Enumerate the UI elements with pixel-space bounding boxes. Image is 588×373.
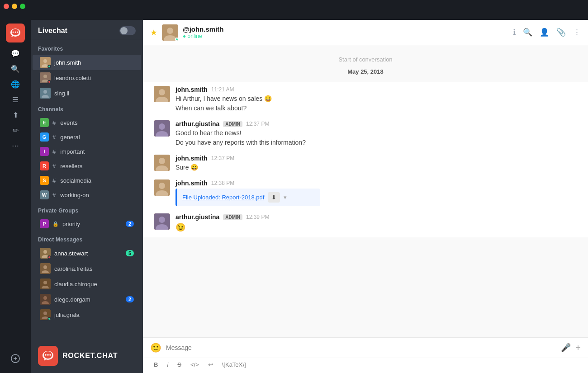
- admin-badge: Admin: [223, 121, 242, 127]
- sidebar-item-socialmedia[interactable]: S # socialmedia: [33, 173, 141, 188]
- sidebar-item-diego[interactable]: diego.dorgam 2: [33, 292, 141, 307]
- message-author: arthur.giustina: [175, 213, 219, 221]
- nav-edit-icon[interactable]: ✏: [6, 123, 25, 137]
- messages-area[interactable]: Start of conversation May 25, 2018 john.…: [143, 45, 588, 337]
- channel-icon-socialmedia: S: [40, 176, 49, 185]
- nav-list-icon[interactable]: ☰: [6, 92, 25, 107]
- close-button[interactable]: [4, 4, 9, 9]
- svg-point-36: [159, 158, 165, 164]
- attach-icon[interactable]: 📎: [556, 28, 566, 37]
- svg-point-13: [43, 90, 47, 94]
- nav-search-icon[interactable]: 🔍: [6, 61, 25, 76]
- message-group: john.smith 11:21 AM Hi Arthur, I have ne…: [143, 82, 588, 117]
- private-groups-section-label: Private Groups: [31, 202, 143, 217]
- message-group: arthur.giustina Admin 12:39 PM 😉: [143, 210, 588, 237]
- chat-user-info: @john.smith ● online: [183, 25, 508, 39]
- nav-chat-icon[interactable]: 💬: [6, 46, 25, 61]
- format-code-button[interactable]: </>: [187, 360, 203, 369]
- sidebar-title: Livechat: [38, 27, 67, 35]
- format-quote-button[interactable]: ↩: [204, 360, 217, 369]
- channel-name-working-on: working-on: [60, 192, 134, 198]
- message-input[interactable]: [166, 342, 556, 353]
- star-favorite-icon[interactable]: ★: [150, 28, 157, 38]
- message-text: Good to hear the news!: [175, 128, 577, 138]
- channel-icon-resellers: R: [40, 161, 49, 170]
- format-italic-button[interactable]: i: [163, 360, 172, 369]
- sidebar-item-general[interactable]: G # general: [33, 130, 141, 144]
- members-icon[interactable]: 👤: [540, 28, 549, 37]
- message-header: john.smith 12:37 PM: [175, 155, 577, 162]
- sidebar-header: Livechat: [31, 20, 143, 40]
- message-avatar: [154, 179, 170, 196]
- message-subtext: When can we talk about?: [175, 104, 577, 113]
- svg-point-26: [45, 354, 47, 356]
- svg-point-30: [167, 28, 173, 34]
- message-content: arthur.giustina Admin 12:37 PM Good to h…: [175, 120, 577, 147]
- svg-point-9: [43, 59, 47, 63]
- sidebar-item-claudia[interactable]: claudia.chiroque: [33, 276, 141, 292]
- nav-globe-icon[interactable]: 🌐: [6, 77, 25, 91]
- channel-icon-general: G: [40, 132, 49, 142]
- channel-name-general: general: [60, 134, 134, 141]
- dm-name-claudia: claudia.chiroque: [54, 281, 134, 288]
- sidebar-item-working-on[interactable]: W # working-on: [33, 188, 141, 202]
- sidebar-item-resellers[interactable]: R # resellers: [33, 159, 141, 173]
- sidebar-item-john-smith[interactable]: john.smith: [33, 55, 141, 70]
- format-bold-button[interactable]: B: [150, 360, 161, 369]
- sidebar-footer: ROCKET.CHAT: [31, 339, 143, 373]
- search-messages-icon[interactable]: 🔍: [523, 28, 532, 37]
- add-attachment-button[interactable]: +: [575, 343, 581, 353]
- avatar-john-smith: [40, 57, 51, 68]
- format-katex-button[interactable]: \[KaTeX\]: [218, 360, 250, 369]
- add-workspace-icon[interactable]: [6, 351, 25, 366]
- direct-messages-section-label: Direct Messages: [31, 231, 143, 246]
- message-text: Hi Arthur, I have news on sales 😀: [175, 94, 577, 104]
- message-header: john.smith 11:21 AM: [175, 86, 577, 93]
- sidebar-item-important[interactable]: I # important: [33, 144, 141, 159]
- emoji-picker-button[interactable]: 🙂: [150, 342, 161, 353]
- message-avatar: [154, 213, 170, 230]
- file-download-button[interactable]: ⬇: [268, 192, 280, 203]
- file-more-button[interactable]: ▾: [284, 194, 287, 201]
- message-author: john.smith: [175, 86, 208, 93]
- format-strike-button[interactable]: S: [174, 360, 185, 369]
- unread-badge-priority: 2: [126, 221, 134, 227]
- avatar-leandro: [40, 72, 51, 83]
- nav-more-icon[interactable]: ⋯: [6, 138, 25, 153]
- more-options-icon[interactable]: ⋮: [573, 28, 581, 37]
- avatar-claudia: [40, 279, 51, 289]
- svg-point-40: [159, 217, 165, 223]
- message-avatar: [154, 155, 170, 171]
- rocket-chat-footer-logo: [38, 346, 58, 366]
- message-header: arthur.giustina Admin 12:39 PM: [175, 213, 577, 221]
- avatar-carolina: [40, 263, 51, 274]
- file-name[interactable]: File Uploaded: Report-2018.pdf: [182, 194, 264, 201]
- dm-name-carolina: carolina.freitas: [54, 265, 134, 272]
- minimize-button[interactable]: [12, 4, 17, 9]
- message-time: 12:37 PM: [211, 155, 234, 161]
- message-content: john.smith 12:38 PM File Uploaded: Repor…: [175, 179, 577, 206]
- message-subtext: Do you have any reports with this inform…: [175, 138, 577, 147]
- microphone-button[interactable]: 🎤: [561, 343, 571, 353]
- main-chat-area: ★ @john.smith ● online ℹ 🔍 👤: [143, 20, 588, 373]
- dm-name-anna: anna.stewart: [54, 250, 122, 257]
- sidebar-item-sing-li[interactable]: sing.li: [33, 85, 141, 101]
- sidebar-item-priority[interactable]: P 🔒 priority 2: [33, 217, 141, 231]
- sidebar-item-anna-stewart[interactable]: anna.stewart 5: [33, 246, 141, 261]
- sidebar-item-leandro-coletti[interactable]: leandro.coletti: [33, 70, 141, 85]
- channel-icon-events: E: [40, 118, 49, 127]
- info-icon[interactable]: ℹ: [513, 28, 516, 37]
- avatar-diego: [40, 294, 51, 305]
- sidebar-item-events[interactable]: E # events: [33, 115, 141, 130]
- sidebar-item-julia[interactable]: julia.grala: [33, 307, 141, 322]
- nav-sort-icon[interactable]: ⬆: [6, 108, 25, 122]
- sidebar-item-carolina[interactable]: carolina.freitas: [33, 261, 141, 276]
- status-online-indicator: [47, 65, 51, 68]
- channel-name-socialmedia: socialmedia: [60, 177, 134, 184]
- anna-status-dot: [47, 255, 51, 259]
- conversation-start-text: Start of conversation: [143, 45, 588, 66]
- maximize-button[interactable]: [20, 4, 25, 9]
- livechat-toggle[interactable]: [119, 26, 136, 35]
- svg-point-34: [159, 123, 165, 130]
- admin-badge: Admin: [223, 214, 242, 220]
